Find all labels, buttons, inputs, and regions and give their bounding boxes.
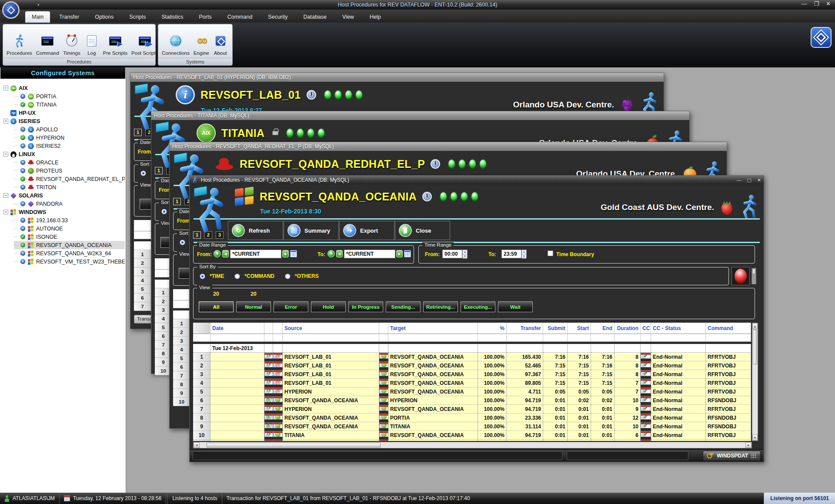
table-row[interactable]: 2↺@REVSOFT_LAB_01REVSOFT_QANDA_OCEANIA10…	[193, 361, 751, 370]
sidebar-item-revsoft-qanda-redhat-el-p[interactable]: ✓REVSOFT_QANDA_REDHAT_EL_P	[14, 175, 125, 183]
column-header-target[interactable]: Target	[388, 323, 478, 334]
sort-radio[interactable]	[140, 170, 146, 176]
table-row[interactable]: 9↻REVSOFT_QANDA_OCEANIATITANIA100.00%31.…	[193, 422, 751, 431]
stop-light-button[interactable]	[731, 267, 750, 285]
table-row[interactable]: ↺	[193, 440, 751, 441]
table-row[interactable]: 5↺@HYPERIONREVSOFT_QANDA_OCEANIA100.00%4…	[193, 387, 751, 396]
filter-cell[interactable]	[706, 334, 751, 342]
refresh-button[interactable]: ↻Refresh	[228, 221, 283, 240]
column-header-transfer[interactable]: Transfer	[507, 323, 543, 334]
menu-tab-main[interactable]: Main	[25, 11, 50, 23]
menu-tab-scripts[interactable]: Scripts	[123, 11, 152, 23]
time-boundary-checkbox[interactable]	[548, 250, 553, 256]
sidebar-item-hyperion[interactable]: ✓iHYPERION	[14, 134, 125, 142]
sidebar-item-apollo[interactable]: +iAPOLLO	[14, 125, 125, 134]
date-to-add-button[interactable]: +	[327, 250, 335, 257]
sidebar-item-isonoe[interactable]: ✓ISONOE	[14, 233, 125, 241]
filter-cell[interactable]	[543, 334, 568, 342]
sidebar-item-revsoft-qanda-oceania[interactable]: ✓REVSOFT_QANDA_OCEANIA	[14, 241, 125, 249]
ribbon-item-timings[interactable]: Timings	[61, 25, 82, 57]
date-from-prev-button[interactable]: ◄	[222, 250, 229, 257]
time-from-spinner[interactable]: ▲▼	[462, 250, 468, 258]
menu-tab-view[interactable]: View	[336, 11, 361, 23]
app-close-button[interactable]: ✕	[826, 0, 831, 7]
window-titlebar[interactable]: Host Procedures - REVSOFT_QANDA_REDHAT_E…	[170, 142, 727, 151]
filter-cell[interactable]	[507, 334, 543, 342]
sidebar-item-triton[interactable]: +TRITON	[14, 183, 125, 191]
table-row[interactable]: 3↺@REVSOFT_LAB_01REVSOFT_QANDA_OCEANIA10…	[193, 370, 751, 379]
window-titlebar[interactable]: Host Procedures - REVSOFT_QANDA_OCEANIA …	[190, 176, 764, 184]
window-maximize-button[interactable]: ▢	[747, 177, 751, 183]
view-button-normal[interactable]: Normal	[236, 301, 271, 312]
view-button-in-progress[interactable]: In Progress	[348, 301, 383, 312]
ribbon-item-about[interactable]: About	[211, 25, 230, 57]
column-header--[interactable]: %	[478, 323, 507, 334]
filter-cell[interactable]	[641, 334, 651, 342]
table-row[interactable]: 8↻REVSOFT_QANDA_OCEANIAPORTIA100.00%23.3…	[193, 414, 751, 422]
filter-cell[interactable]	[388, 334, 478, 342]
menu-tab-command[interactable]: Command	[221, 11, 259, 23]
sidebar-item-iseries[interactable]: −iISERIES	[3, 117, 125, 125]
view-button-retrieving-[interactable]: Retrieving...	[423, 301, 458, 312]
sidebar-item-192-168-0-33[interactable]: +192.168.0.33	[14, 216, 125, 224]
column-header-cc-status[interactable]: CC - Status	[651, 323, 706, 334]
view-button-error[interactable]: Error	[274, 301, 308, 312]
column-header-start[interactable]: Start	[568, 323, 591, 334]
app-maximize-button[interactable]: ❐	[814, 0, 819, 7]
window-titlebar[interactable]: Host Procedures - TITANIA (DB: MySQL)	[151, 111, 689, 120]
time-to-input[interactable]	[501, 250, 521, 258]
sidebar-item-revsoft-vm-test-w23-thebe[interactable]: +REVSOFT_VM_TEST_W23_THEBE	[14, 257, 125, 266]
sort-radio[interactable]	[180, 240, 185, 245]
filter-cell[interactable]	[210, 334, 264, 342]
sidebar-item-iseries2[interactable]: +iISERIES2	[14, 142, 125, 150]
tree-expander-icon[interactable]: −	[3, 210, 8, 214]
sort-radio--others[interactable]	[285, 274, 291, 279]
window-titlebar[interactable]: Host Procedures - REVSOFT_LAB_01 (HYPERI…	[130, 73, 664, 82]
sidebar-item-windows[interactable]: −WINDOWS	[3, 208, 125, 216]
ribbon-item-post-scripts[interactable]: ▶▶Post Scripts	[130, 25, 156, 57]
view-button-executing-[interactable]: Executing...	[461, 301, 495, 312]
filter-cell[interactable]	[273, 334, 283, 342]
sidebar-item-portia[interactable]: +AIXPORTIA	[14, 92, 125, 100]
sort-radio--time[interactable]	[200, 274, 205, 279]
column-header-command[interactable]: Command	[706, 323, 751, 334]
table-row[interactable]: 4↺@REVSOFT_LAB_01REVSOFT_QANDA_OCEANIA10…	[193, 379, 751, 387]
resize-grip[interactable]	[751, 453, 756, 458]
windspdat-button[interactable]: WINDSPDAT	[703, 451, 761, 461]
view-button-hold[interactable]: Hold	[311, 301, 346, 312]
table-row[interactable]: 1↺@REVSOFT_LAB_01REVSOFT_QANDA_OCEANIA10…	[193, 353, 751, 361]
column-header-source[interactable]: Source	[283, 323, 379, 334]
clock-icon[interactable]	[422, 192, 432, 201]
time-to-spinner[interactable]: ▲▼	[521, 250, 527, 258]
sort-radio--command[interactable]	[234, 274, 240, 279]
menu-tab-transfer[interactable]: Transfer	[53, 11, 86, 23]
sort-radio[interactable]	[161, 209, 167, 214]
tree-expander-icon[interactable]: −	[3, 86, 8, 90]
sidebar-item-linux[interactable]: −LINUX	[3, 150, 125, 158]
clock-icon[interactable]	[307, 90, 316, 100]
tree-expander-icon[interactable]: −	[3, 152, 8, 157]
close-button[interactable]: Close	[395, 221, 450, 240]
window-close-button[interactable]: ✕	[757, 177, 761, 183]
filter-cell[interactable]	[478, 334, 507, 342]
sidebar-item-aix[interactable]: −AIXAIX	[3, 84, 125, 92]
led-scrollbar[interactable]	[752, 268, 756, 284]
window-minimize-button[interactable]: —	[736, 177, 741, 183]
column-header-date[interactable]: Date	[210, 323, 264, 334]
export-button[interactable]: ➔Export	[339, 221, 394, 240]
sidebar-item-autonoe[interactable]: +AUTONOE	[14, 224, 125, 233]
summary-button[interactable]: ▤Summary	[284, 221, 339, 240]
sidebar-item-pandora[interactable]: +PANDORA	[14, 200, 125, 208]
table-horizontal-scrollbar[interactable]: ◄►	[193, 442, 752, 448]
column-header-submit[interactable]: Submit	[543, 323, 568, 334]
tree-expander-icon[interactable]: −	[3, 193, 8, 198]
tree-expander-icon[interactable]: −	[3, 119, 8, 123]
sidebar-item-solaris[interactable]: −SOLARIS	[3, 191, 125, 200]
ribbon-item-command[interactable]: Command	[34, 25, 61, 57]
view-button-all[interactable]: All	[199, 301, 234, 312]
app-minimize-button[interactable]: —	[801, 0, 807, 7]
column-header-end[interactable]: End	[591, 323, 615, 334]
date-to-next-button[interactable]: ►	[396, 250, 403, 257]
app-logo-icon[interactable]	[2, 1, 20, 19]
ribbon-item-connections[interactable]: Connections	[160, 25, 191, 57]
